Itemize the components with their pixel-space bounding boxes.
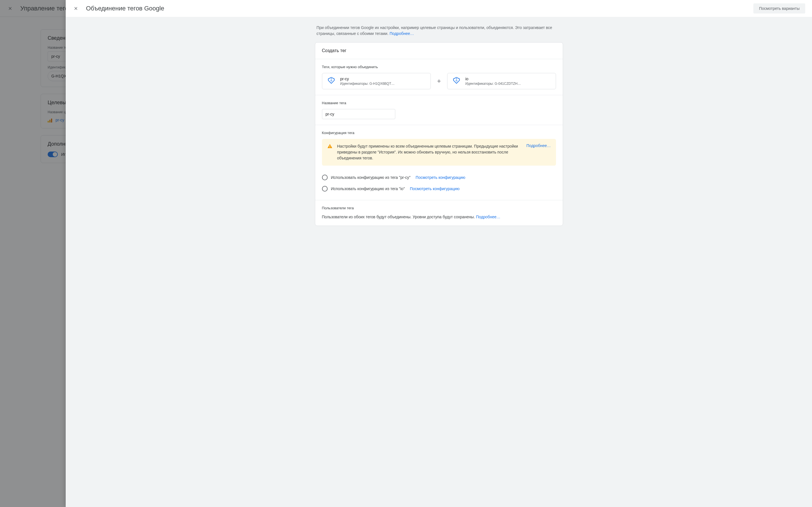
- sheet-body[interactable]: При объединении тегов Google их настройк…: [66, 17, 812, 507]
- close-button[interactable]: [72, 5, 79, 12]
- merge-row: G pr-cy Идентификаторы: G-H1QX6BQT…: [322, 73, 556, 89]
- svg-rect-5: [329, 147, 330, 148]
- google-tag-icon: G: [452, 76, 461, 86]
- tag-a-ids: Идентификаторы: G-H1QX6BQT…: [340, 82, 395, 86]
- view-config-a-link[interactable]: Посмотреть конфигурацию: [416, 175, 465, 180]
- tag-b-ids: Идентификаторы: G-041CZDTZH…: [465, 82, 521, 86]
- svg-text:G: G: [455, 79, 457, 82]
- users-learn-more-link[interactable]: Подробнее…: [476, 215, 500, 219]
- preview-options-button[interactable]: Посмотреть варианты: [753, 3, 805, 13]
- svg-rect-4: [329, 146, 330, 147]
- tag-a-name: pr-cy: [340, 76, 395, 81]
- card-title-section: Создать тег: [315, 43, 563, 59]
- tag-box-a: G pr-cy Идентификаторы: G-H1QX6BQT…: [322, 73, 431, 89]
- card-title: Создать тег: [322, 48, 556, 53]
- create-tag-card: Создать тег Теги, которые нужно объедини…: [315, 42, 563, 226]
- svg-point-2: [456, 78, 457, 79]
- config-radio-a-row: Использовать конфигурацию из тега "pr-cy…: [322, 172, 556, 183]
- callout-message: Настройки будут применены ко всем объеди…: [337, 144, 522, 161]
- view-config-b-link[interactable]: Посмотреть конфигурацию: [410, 186, 460, 191]
- config-subhead: Конфигурация тега: [322, 131, 556, 135]
- combine-tags-sheet: Объединение тегов Google Посмотреть вари…: [66, 0, 812, 507]
- svg-point-0: [331, 78, 332, 79]
- merge-subhead: Теги, которые нужно объединить: [322, 65, 556, 69]
- users-text: Пользователи из обоих тегов будут объеди…: [322, 214, 556, 220]
- config-radio-b[interactable]: [322, 186, 327, 191]
- intro-text: При объединении тегов Google их настройк…: [315, 25, 563, 42]
- callout-learn-more-link[interactable]: Подробнее…: [526, 144, 551, 161]
- tag-b-name: io: [465, 76, 521, 81]
- users-subhead: Пользователи тега: [322, 206, 556, 210]
- tag-box-b: G io Идентификаторы: G-041CZDTZH…: [447, 73, 556, 89]
- config-radio-a-label: Использовать конфигурацию из тега "pr-cy…: [331, 175, 411, 180]
- tag-name-input[interactable]: [322, 109, 395, 119]
- config-radio-b-label: Использовать конфигурацию из тега "io": [331, 186, 405, 191]
- tag-users-section: Пользователи тега Пользователи из обоих …: [315, 200, 563, 226]
- tag-config-section: Конфигурация тега Настройки будут примен…: [315, 125, 563, 200]
- svg-text:G: G: [330, 79, 332, 82]
- plus-icon: [436, 78, 442, 84]
- config-radio-a[interactable]: [322, 175, 327, 180]
- tags-to-merge-section: Теги, которые нужно объединить G pr-cy И…: [315, 59, 563, 95]
- name-subhead: Название тега: [322, 101, 556, 105]
- intro-learn-more-link[interactable]: Подробнее…: [390, 31, 414, 36]
- config-radio-b-row: Использовать конфигурацию из тега "io" П…: [322, 183, 556, 194]
- config-warning-callout: Настройки будут применены ко всем объеди…: [322, 139, 556, 166]
- tag-name-section: Название тега: [315, 95, 563, 125]
- warning-icon: [327, 144, 333, 149]
- sheet-title: Объединение тегов Google: [86, 5, 747, 12]
- google-tag-icon: G: [327, 76, 336, 86]
- sheet-header: Объединение тегов Google Посмотреть вари…: [66, 0, 812, 17]
